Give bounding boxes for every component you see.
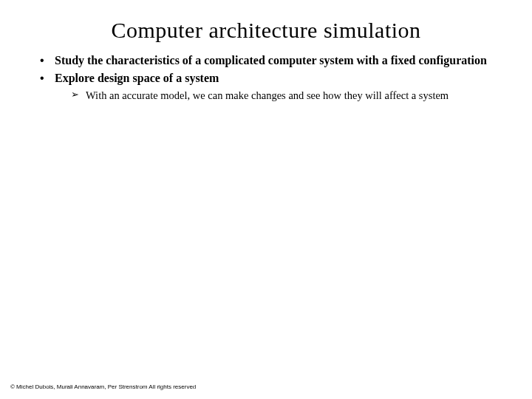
bullet-item: Study the characteristics of a complicat… xyxy=(40,53,511,68)
bullet-text: Explore design space of a system xyxy=(55,72,219,84)
slide: Computer architecture simulation Study t… xyxy=(0,0,532,399)
slide-title: Computer architecture simulation xyxy=(21,18,511,43)
bullet-list: Study the characteristics of a complicat… xyxy=(21,53,511,103)
sub-bullet-text: With an accurate model, we can make chan… xyxy=(86,89,449,101)
copyright-footer: © Michel Dubois, Murali Annavaram, Per S… xyxy=(10,383,196,390)
bullet-item: Explore design space of a system With an… xyxy=(40,71,511,103)
sub-bullet-list: With an accurate model, we can make chan… xyxy=(55,89,511,103)
sub-bullet-item: With an accurate model, we can make chan… xyxy=(71,89,511,103)
bullet-text: Study the characteristics of a complicat… xyxy=(55,54,487,66)
